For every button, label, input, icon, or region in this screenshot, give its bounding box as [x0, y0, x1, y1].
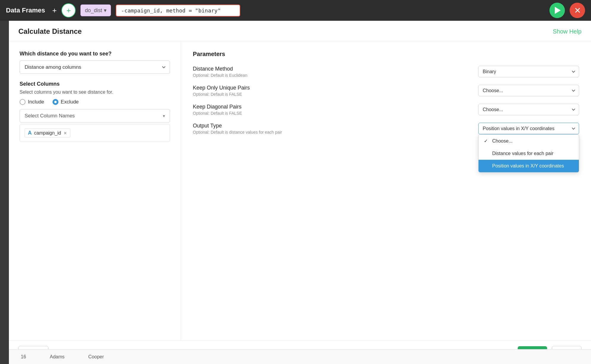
distance-method-sublabel: Optional: Default is Euclidean — [193, 73, 247, 78]
dropdown-option-choose[interactable]: ✓ Choose... — [479, 135, 579, 147]
bottom-col2: Adams — [50, 354, 65, 360]
dropdown-arrow-icon: ▾ — [104, 7, 107, 14]
diagonal-pairs-sublabel: Optional: Default is FALSE — [193, 111, 242, 116]
dropdown-option-distance-values[interactable]: Distance values for each pair — [479, 147, 579, 160]
data-frames-label: Data Frames — [6, 7, 45, 14]
include-label: Include — [28, 99, 44, 105]
diagonal-pairs-label: Keep Diagonal Pairs — [193, 104, 242, 110]
column-names-select-wrapper: Select Column Names ▾ — [20, 109, 170, 123]
dropdown-option-distance-values-label: Distance values for each pair — [492, 151, 553, 156]
column-select-placeholder: Select Column Names — [25, 113, 75, 119]
bottom-col3: Cooper — [88, 354, 104, 360]
select-columns-section: Select Columns Select columns you want t… — [20, 81, 170, 142]
select-columns-sublabel: Select columns you want to see distance … — [20, 90, 170, 95]
column-names-select-button[interactable]: Select Column Names ▾ — [20, 109, 170, 123]
distance-type-select[interactable]: Distance among columns Distance among ro… — [20, 60, 170, 74]
dropdown-option-choose-label: Choose... — [492, 138, 512, 144]
include-radio-circle[interactable] — [20, 99, 26, 105]
add-node-button[interactable]: + — [61, 3, 76, 17]
unique-pairs-label: Keep Only Unique Pairs — [193, 85, 250, 91]
distance-type-section: Which distance do you want to see? Dista… — [20, 51, 170, 74]
add-frame-button[interactable]: + — [52, 7, 57, 14]
dialog-header: Calculate Distance Show Help — [9, 21, 591, 41]
dropdown-option-position-values[interactable]: Position values in X/Y coordinates — [479, 160, 579, 172]
output-type-dropdown-open: ✓ Choose... Distance values for each pai… — [478, 134, 579, 173]
plus-icon: + — [66, 6, 71, 15]
output-type-label: Output Type — [193, 123, 282, 129]
top-bar: Data Frames + + do_dist ▾ -campaign_id, … — [0, 0, 591, 21]
bottom-data-row: 16 Adams Cooper — [9, 349, 591, 364]
left-panel: Which distance do you want to see? Dista… — [9, 41, 181, 340]
output-type-select[interactable]: Choose... Distance values for each pair … — [478, 123, 579, 134]
select-columns-label: Select Columns — [20, 81, 170, 87]
unique-pairs-sublabel: Optional: Default is FALSE — [193, 92, 250, 97]
output-type-row: Output Type Optional: Default is distanc… — [193, 123, 579, 135]
calculate-distance-dialog: Calculate Distance Show Help Which dista… — [9, 21, 591, 364]
run-button[interactable] — [549, 3, 565, 18]
exclude-radio-circle[interactable] — [53, 99, 58, 105]
check-icon: ✓ — [484, 138, 490, 144]
sidebar — [0, 21, 9, 364]
distance-method-label-group: Distance Method Optional: Default is Euc… — [193, 66, 247, 78]
column-select-arrow-icon: ▾ — [163, 114, 165, 118]
output-type-select-wrapper: Choose... Distance values for each pair … — [478, 123, 579, 134]
function-tag-label: do_dist — [85, 7, 102, 14]
dialog-title: Calculate Distance — [18, 27, 82, 36]
dropdown-option-position-values-label: Position values in X/Y coordinates — [492, 163, 564, 169]
tag-type-icon: A — [28, 130, 32, 136]
exclude-radio-option[interactable]: Exclude — [53, 99, 79, 105]
diagonal-pairs-row: Keep Diagonal Pairs Optional: Default is… — [193, 104, 579, 116]
include-exclude-group: Include Exclude — [20, 99, 170, 105]
selected-columns-tag-box: A campaign_id ✕ — [20, 124, 170, 142]
unique-pairs-label-group: Keep Only Unique Pairs Optional: Default… — [193, 85, 250, 97]
campaign-id-tag: A campaign_id ✕ — [25, 128, 70, 138]
play-icon — [555, 7, 561, 14]
diagonal-pairs-label-group: Keep Diagonal Pairs Optional: Default is… — [193, 104, 242, 116]
distance-method-row: Distance Method Optional: Default is Euc… — [193, 66, 579, 78]
output-type-sublabel: Optional: Default is distance values for… — [193, 130, 282, 135]
close-icon: ✕ — [574, 6, 581, 15]
unique-pairs-select[interactable]: Choose... TRUE FALSE — [478, 85, 579, 96]
distance-question: Which distance do you want to see? — [20, 51, 170, 57]
show-help-link[interactable]: Show Help — [553, 28, 582, 35]
output-type-label-group: Output Type Optional: Default is distanc… — [193, 123, 282, 135]
include-radio-option[interactable]: Include — [20, 99, 44, 105]
function-tag[interactable]: do_dist ▾ — [80, 4, 111, 16]
code-input-bar[interactable]: -campaign_id, method = "binary" — [116, 4, 240, 17]
close-top-button[interactable]: ✕ — [570, 3, 585, 18]
distance-method-label: Distance Method — [193, 66, 247, 72]
unique-pairs-row: Keep Only Unique Pairs Optional: Default… — [193, 85, 579, 97]
distance-method-select[interactable]: Binary Euclidean Maximum Manhattan Canbe… — [478, 66, 579, 77]
bottom-col1: 16 — [21, 354, 26, 360]
exclude-label: Exclude — [61, 99, 79, 105]
tag-remove-button[interactable]: ✕ — [63, 131, 67, 135]
tag-label: campaign_id — [34, 130, 61, 136]
parameters-title: Parameters — [193, 51, 579, 58]
diagonal-pairs-select[interactable]: Choose... TRUE FALSE — [478, 104, 579, 115]
dialog-body: Which distance do you want to see? Dista… — [9, 41, 591, 340]
right-panel: Parameters Distance Method Optional: Def… — [181, 41, 591, 340]
